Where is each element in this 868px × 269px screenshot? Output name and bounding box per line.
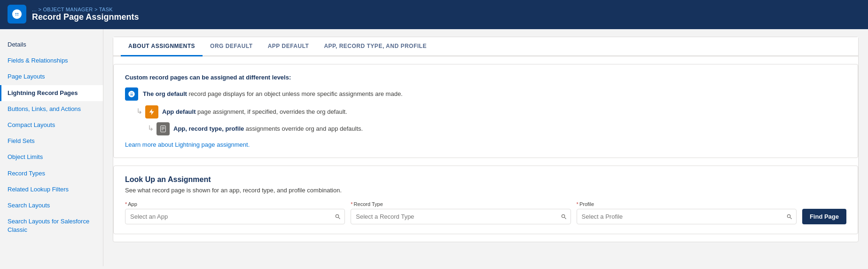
sidebar-item-object-limits[interactable]: Object Limits: [0, 149, 103, 165]
app-field-group: *App: [125, 201, 345, 224]
sidebar-item-fields-relationships[interactable]: Fields & Relationships: [0, 53, 103, 69]
record-type-field-group: *Record Type: [351, 201, 571, 224]
lookup-title: Look Up an Assignment: [125, 175, 846, 184]
app-record-type-profile-text: App, record type, profile assignments ov…: [173, 122, 363, 134]
record-type-search-button[interactable]: [561, 214, 567, 220]
sidebar-item-record-types[interactable]: Record Types: [0, 166, 103, 182]
lookup-fields-row: *App: [125, 201, 846, 224]
tab-about-assignments[interactable]: About Assignments: [121, 37, 203, 56]
profile-required-marker: *: [577, 201, 579, 207]
app-input-wrapper: [125, 209, 345, 224]
record-type-required-marker: *: [351, 201, 352, 207]
arrow-connector-1: ↳: [136, 105, 142, 116]
about-assignments-card: Custom record pages can be assigned at d…: [113, 64, 858, 158]
svg-rect-5: [161, 126, 166, 132]
page-title: Record Page Assignments: [32, 12, 139, 22]
tab-content-panel: Custom record pages can be assigned at d…: [113, 64, 858, 234]
app-input[interactable]: [125, 209, 345, 224]
app-default-row: ↳ App default page assignment, if specif…: [136, 105, 846, 119]
app-search-button[interactable]: [335, 214, 341, 220]
tab-app-record-type-profile[interactable]: App, Record Type, and Profile: [316, 37, 434, 56]
profile-input[interactable]: [577, 209, 797, 224]
profile-field-group: *Profile: [577, 201, 797, 224]
breadcrumb: ... > OBJECT MANAGER > TASK: [32, 7, 139, 12]
app-record-type-profile-row: ↳ App, record type, profile assignments …: [148, 122, 846, 135]
learn-more-link[interactable]: Learn more about Lightning page assignme…: [125, 141, 250, 148]
tabs-bar: About Assignments Org Default App Defaul…: [113, 37, 858, 56]
app-required-marker: *: [125, 201, 127, 207]
find-page-button[interactable]: Find Page: [802, 209, 846, 224]
sidebar: Details Fields & Relationships Page Layo…: [0, 29, 103, 266]
content-wrapper: About Assignments Org Default App Defaul…: [113, 37, 859, 242]
lookup-description: See what record page is shown for an app…: [125, 187, 846, 194]
app-default-text: App default page assignment, if specifie…: [162, 105, 347, 117]
app-field-label: *App: [125, 201, 345, 207]
record-type-field-label: *Record Type: [351, 201, 571, 207]
about-intro-text: Custom record pages can be assigned at d…: [125, 74, 846, 81]
header-text-group: ... > OBJECT MANAGER > TASK Record Page …: [32, 7, 139, 22]
profile-field-label: *Profile: [577, 201, 797, 207]
main-content: About Assignments Org Default App Defaul…: [103, 29, 868, 266]
sidebar-item-lightning-record-pages[interactable]: Lightning Record Pages: [0, 85, 103, 101]
tab-app-default[interactable]: App Default: [260, 37, 317, 56]
sidebar-item-page-layouts[interactable]: Page Layouts: [0, 69, 103, 85]
profile-input-wrapper: [577, 209, 797, 224]
page-header: ... > OBJECT MANAGER > TASK Record Page …: [0, 0, 868, 29]
bolt-icon-box: [145, 105, 158, 119]
org-icon-box: [125, 87, 138, 101]
app-logo: [8, 5, 26, 24]
sidebar-item-details[interactable]: Details: [0, 37, 103, 53]
sidebar-item-search-layouts-classic[interactable]: Search Layouts for Salesforce Classic: [0, 214, 103, 238]
tab-org-default[interactable]: Org Default: [203, 37, 260, 56]
sidebar-item-compact-layouts[interactable]: Compact Layouts: [0, 117, 103, 133]
sidebar-item-field-sets[interactable]: Field Sets: [0, 133, 103, 149]
page-icon-box: [156, 122, 170, 135]
arrow-connector-2: ↳: [148, 122, 154, 133]
lookup-assignment-card: Look Up an Assignment See what record pa…: [113, 166, 858, 234]
org-default-text: The org default record page displays for…: [143, 87, 403, 99]
record-type-input[interactable]: [351, 209, 571, 224]
org-default-row: The org default record page displays for…: [125, 87, 846, 101]
sidebar-item-search-layouts[interactable]: Search Layouts: [0, 198, 103, 214]
record-type-input-wrapper: [351, 209, 571, 224]
profile-search-button[interactable]: [786, 214, 793, 220]
sidebar-item-buttons-links-actions[interactable]: Buttons, Links, and Actions: [0, 101, 103, 117]
sidebar-item-related-lookup-filters[interactable]: Related Lookup Filters: [0, 182, 103, 198]
